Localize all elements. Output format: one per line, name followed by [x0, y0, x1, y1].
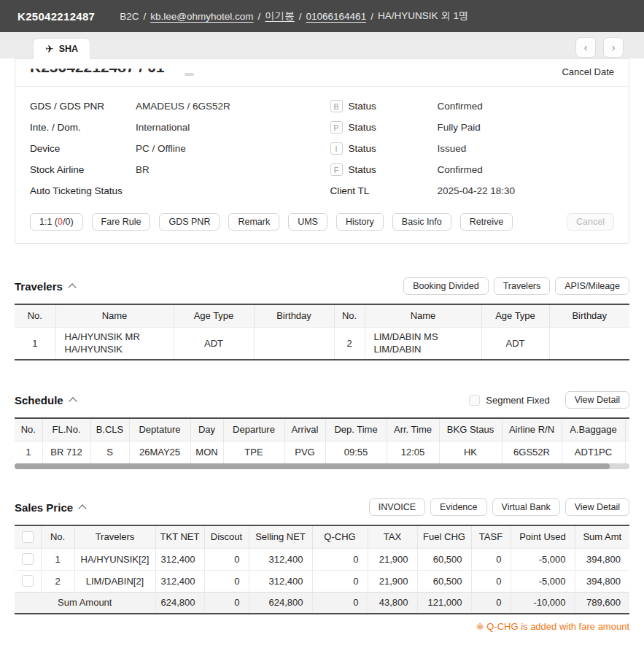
traveler2-name: LIM/DABIN MS LIM/DABIN: [365, 327, 481, 360]
sales-section-header: Sales Price INVOICE Evidence Virtual Ban…: [15, 497, 629, 517]
field-b-status: B Status Confirmed: [322, 96, 615, 117]
chevron-left-icon[interactable]: ‹: [575, 37, 596, 58]
basic-info-button[interactable]: Basic Info: [392, 213, 451, 231]
one-to-one-button[interactable]: 1:1 (0/0): [30, 213, 83, 231]
field-i-status: I Status Issued: [322, 138, 615, 159]
sales-table-wrap: No. Travelers TKT NET Discout Selling NE…: [15, 525, 629, 614]
ums-button[interactable]: UMS: [288, 213, 327, 231]
separator: /: [299, 11, 302, 22]
booking-fields: GDS / GDS PNR AMADEUS / 6GS52R Inte. / D…: [15, 96, 629, 201]
schedule-row: 1 BR 712 S 26MAY25 MON TPE PVG 09:55 12:…: [15, 441, 629, 463]
travelers-section-toggle[interactable]: Travelers: [15, 280, 75, 293]
panel-toolbar: 1:1 (0/0) Fare Rule GDS PNR Remark UMS H…: [15, 201, 629, 243]
customer-phone-link[interactable]: 01066164461: [306, 11, 367, 22]
caret-up-icon: [68, 283, 76, 291]
fields-left-column: GDS / GDS PNR AMADEUS / 6GS52R Inte. / D…: [30, 96, 322, 201]
travelers-buttons: Booking Divided Travelers APIS/Mileage: [403, 277, 629, 295]
sum-amount-label: Sum Amount: [15, 592, 155, 614]
retreive-button[interactable]: Retreive: [460, 213, 513, 231]
customer-name-link[interactable]: 이기봉: [265, 9, 295, 23]
f-badge: F: [330, 163, 343, 176]
field-auto-ticketing-status: Auto Ticketing Status: [30, 180, 322, 201]
traveler2-age-type: ADT: [481, 327, 549, 360]
separator: /: [143, 11, 146, 22]
fare-rule-button[interactable]: Fare Rule: [92, 213, 151, 231]
booking-id: K25042212487: [18, 10, 95, 23]
traveler2-no: 2: [334, 327, 365, 360]
sales-header-row: No. Travelers TKT NET Discout Selling NE…: [15, 525, 629, 548]
schedule-view-detail-button[interactable]: View Detail: [565, 391, 629, 409]
traveler1-age-type: ADT: [174, 327, 254, 360]
gds-pnr-button[interactable]: GDS PNR: [159, 213, 220, 231]
channel-label: B2C: [120, 11, 139, 22]
sales-traveler: HA/HYUNSIK[2]: [74, 548, 155, 570]
separator: /: [258, 11, 261, 22]
scrollbar-thumb[interactable]: [15, 463, 610, 469]
sales-sum-row: Sum Amount 624,800 0 624,800 0 43,800 12…: [15, 592, 629, 614]
segment-fixed-label: Segment Fixed: [486, 395, 549, 406]
clipped-booking-title: K25042212487 / 01: [30, 69, 263, 78]
flight-no: BR 712: [42, 441, 90, 463]
segment-no: 1: [15, 441, 42, 463]
tab-sha[interactable]: ✈ SHA: [33, 38, 90, 59]
booking-divided-button[interactable]: Booking Divided: [403, 277, 488, 295]
schedule-section-header: Schedule Segment Fixed View Detail: [15, 390, 629, 410]
top-header-bar: K25042212487 B2C / kb.lee@ohmyhotel.com …: [0, 0, 644, 32]
airplane-icon: ✈: [45, 44, 54, 54]
booking-summary: B2C / kb.lee@ohmyhotel.com / 이기봉 / 01066…: [120, 9, 468, 23]
segment-fixed-checkbox[interactable]: [469, 395, 480, 406]
travelers-row: 1 HA/HYUNSIK MR HA/HYUNSIK ADT 2 LIM/DAB…: [15, 327, 629, 360]
cancel-date-label: Cancel Date: [562, 66, 614, 78]
cancel-button: Cancel: [567, 213, 614, 231]
apis-mileage-button[interactable]: APIS/Mileage: [555, 277, 629, 295]
chevron-right-icon[interactable]: ›: [603, 37, 624, 58]
traveler2-birthday: [549, 327, 629, 360]
p-badge: P: [330, 121, 343, 134]
sales-section-toggle[interactable]: Sales Price: [15, 501, 85, 514]
field-client-tl: Client TL 2025-04-22 18:30: [322, 180, 615, 201]
sales-view-detail-button[interactable]: View Detail: [565, 498, 629, 516]
travelers-button[interactable]: Travelers: [494, 277, 551, 295]
airline-rn: 6GS52R: [502, 441, 562, 463]
invoice-button[interactable]: INVOICE: [369, 498, 425, 516]
fields-right-column: B Status Confirmed P Status Fully Paid I…: [322, 96, 615, 201]
row-checkbox[interactable]: [22, 553, 34, 565]
virtual-bank-button[interactable]: Virtual Bank: [492, 498, 560, 516]
schedule-horizontal-scrollbar: [15, 463, 629, 469]
schedule-table: No. FL.No. B.CLS Deptature Day Departure…: [15, 417, 629, 463]
travelers-header-row: No. Name Age Type Birthday No. Name Age …: [15, 304, 629, 327]
panel-header: K25042212487 / 01 Cancel Date: [15, 59, 629, 78]
traveler1-no: 1: [15, 327, 55, 360]
arrival-airport: PVG: [284, 441, 325, 463]
caret-up-icon: [69, 397, 77, 405]
remark-button[interactable]: Remark: [228, 213, 279, 231]
traveler1-birthday: [254, 327, 334, 360]
sales-traveler: LIM/DABIN[2]: [74, 570, 155, 592]
sales-buttons: INVOICE Evidence Virtual Bank View Detai…: [369, 498, 629, 516]
sales-row-1: 1 HA/HYUNSIK[2] 312,400 0 312,400 0 21,9…: [15, 548, 629, 570]
field-device: Device PC / Offline: [30, 138, 322, 159]
segment-fixed-control: Segment Fixed: [469, 395, 549, 406]
field-stock-airline: Stock Airline BR: [30, 159, 322, 180]
i-badge: I: [330, 142, 343, 155]
travelers-table-wrap: No. Name Age Type Birthday No. Name Age …: [15, 304, 629, 360]
schedule-table-wrap: No. FL.No. B.CLS Deptature Day Departure…: [15, 417, 629, 463]
departure-date: 26MAY25: [129, 441, 190, 463]
divider: [15, 86, 629, 87]
title-dash: [185, 73, 194, 76]
customer-email-link[interactable]: kb.lee@ohmyhotel.com: [150, 11, 253, 22]
field-gds-pnr: GDS / GDS PNR AMADEUS / 6GS52R: [30, 96, 322, 117]
select-all-checkbox[interactable]: [22, 531, 34, 543]
separator: /: [371, 11, 373, 22]
history-button[interactable]: History: [336, 213, 384, 231]
booking-class: S: [90, 441, 129, 463]
booking-detail-panel: K25042212487 / 01 Cancel Date GDS / GDS …: [15, 58, 629, 244]
evidence-button[interactable]: Evidence: [430, 498, 486, 516]
schedule-controls: Segment Fixed View Detail: [469, 391, 629, 409]
travelers-table: No. Name Age Type Birthday No. Name Age …: [15, 304, 629, 360]
arrival-time: 12:05: [387, 441, 439, 463]
schedule-section-toggle[interactable]: Schedule: [15, 394, 76, 406]
tab-sha-label: SHA: [59, 44, 78, 54]
caret-up-icon: [78, 504, 86, 512]
row-checkbox[interactable]: [22, 575, 34, 587]
